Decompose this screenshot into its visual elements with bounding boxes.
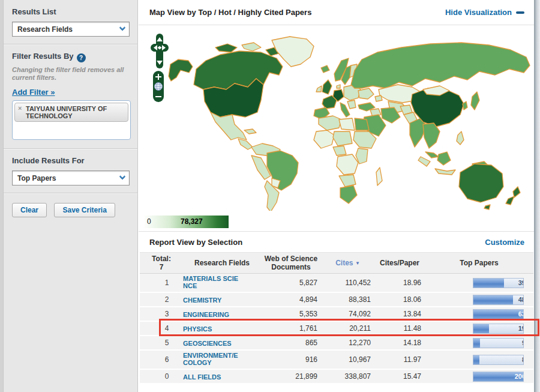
chevron-down-icon	[116, 171, 129, 185]
row-docs: 916	[261, 355, 321, 364]
top-papers-bar: 39	[473, 278, 524, 288]
row-field-link[interactable]: CHEMISTRY	[183, 297, 221, 304]
bar-fill	[473, 324, 489, 333]
filter-sidebar: Results List Research Fields Filter Resu…	[0, 0, 138, 392]
bar-value: 9	[522, 339, 524, 348]
customize-link[interactable]: Customize	[485, 238, 524, 247]
row-rank: 2	[140, 295, 183, 304]
row-cites: 20,211	[321, 324, 374, 333]
report-table-header: Total: 7 Research Fields Web of Science …	[140, 252, 533, 274]
report-table-body: 1 MATERIALS SCIENCE 5,827 110,452 18.96 …	[140, 274, 533, 384]
row-cpp: 11.97	[374, 355, 425, 364]
report-header: Report View by Selection Customize	[139, 232, 540, 252]
row-docs: 21,899	[261, 372, 321, 381]
table-row: 6 ENVIRONMENT/ECOLOGY 916 10,967 11.97 8	[140, 351, 533, 370]
row-cites: 12,270	[321, 339, 374, 347]
col-cites-per-paper: Cites/Paper	[374, 259, 425, 267]
top-papers-bar: 206	[473, 372, 524, 382]
table-row: 1 MATERIALS SCIENCE 5,827 110,452 18.96 …	[140, 274, 533, 293]
map-header: Map View by Top / Hot / Highly Cited Pap…	[139, 0, 540, 25]
row-field-link[interactable]: PHYSICS	[183, 325, 212, 333]
top-papers-bar: 19	[473, 324, 524, 334]
bar-value: 48	[518, 295, 524, 304]
table-row: 3 ENGINEERING 5,353 74,092 13.84 63	[140, 307, 533, 322]
row-docs: 1,761	[261, 324, 321, 333]
row-cites: 338,807	[321, 372, 374, 381]
row-cpp: 13.84	[374, 310, 425, 318]
col-research-fields: Research Fields	[183, 259, 261, 267]
bar-fill	[473, 295, 513, 304]
include-results-section: Include Results For Top Papers	[0, 149, 137, 193]
row-cites: 110,452	[321, 279, 374, 287]
row-rank: 5	[140, 339, 183, 347]
results-list-value: Research Fields	[13, 25, 116, 34]
bar-value: 206	[515, 372, 524, 381]
row-cpp: 15.47	[374, 372, 425, 381]
collapse-minus-icon	[516, 11, 524, 14]
vertical-scrollbar[interactable]	[534, 0, 540, 392]
clear-button[interactable]: Clear	[12, 203, 47, 217]
row-cpp: 18.96	[374, 279, 425, 287]
scale-max-label: 78,327	[181, 217, 203, 226]
top-papers-bar: 9	[473, 338, 524, 348]
table-row: 2 CHEMISTRY 4,894 88,381 18.06 48	[140, 293, 533, 307]
results-list-dropdown[interactable]: Research Fields	[12, 22, 130, 37]
chevron-down-icon	[116, 22, 129, 36]
include-results-value: Top Papers	[13, 174, 116, 182]
row-cpp: 14.18	[374, 339, 425, 347]
bar-fill	[473, 310, 523, 319]
include-results-dropdown[interactable]: Top Papers	[12, 170, 130, 185]
bar-fill	[473, 339, 480, 348]
table-row: 4 PHYSICS 1,761 20,211 11.48 19	[140, 322, 533, 336]
row-docs: 865	[261, 339, 321, 347]
map-zoom-control[interactable]	[153, 71, 164, 102]
row-docs: 5,827	[261, 279, 321, 287]
filter-tag: × TAIYUAN UNIVERSITY OF TECHNOLOGY	[14, 103, 128, 122]
results-list-section: Results List Research Fields	[0, 0, 137, 44]
row-rank: 4	[140, 324, 183, 333]
row-field-link[interactable]: ALL FIELDS	[183, 373, 221, 381]
row-cpp: 11.48	[374, 324, 425, 333]
add-filter-link[interactable]: Add Filter »	[12, 88, 55, 97]
bar-value: 39	[518, 279, 524, 288]
report-table: Total: 7 Research Fields Web of Science …	[140, 252, 533, 384]
save-criteria-button[interactable]: Save Criteria	[54, 203, 115, 217]
map-title: Map View by Top / Hot / Highly Cited Pap…	[149, 8, 445, 17]
top-papers-bar: 63	[473, 309, 524, 319]
row-field-link[interactable]: ENGINEERING	[183, 311, 229, 318]
bar-fill	[473, 355, 479, 364]
hide-visualization-link[interactable]: Hide Visualization	[445, 8, 524, 17]
top-papers-bar: 8	[473, 355, 524, 365]
map-area	[139, 25, 540, 214]
remove-filter-icon[interactable]: ×	[18, 105, 22, 112]
top-papers-bar: 48	[473, 295, 524, 305]
bar-value: 8	[522, 355, 524, 364]
world-map[interactable]	[143, 29, 533, 211]
row-rank: 1	[140, 279, 183, 287]
row-field-link[interactable]: GEOSCIENCES	[183, 340, 232, 347]
map-legend-row: 0 78,327	[139, 214, 540, 232]
row-docs: 4,894	[261, 295, 321, 304]
choropleth-scale: 0 78,327	[145, 216, 229, 228]
filter-note: Changing the filter field removes all cu…	[12, 66, 129, 82]
row-cpp: 18.06	[374, 295, 425, 304]
map-pan-control[interactable]	[151, 34, 169, 68]
bar-value: 19	[518, 324, 524, 333]
table-row: 5 GEOSCIENCES 865 12,270 14.18 9	[140, 336, 533, 351]
bar-fill	[473, 279, 504, 288]
help-icon[interactable]: ?	[77, 53, 86, 62]
row-field-link[interactable]: MATERIALS SCIENCE	[183, 275, 242, 289]
main-panel: Map View by Top / Hot / Highly Cited Pap…	[139, 0, 540, 392]
sidebar-edge-strip	[0, 0, 4, 392]
col-cites-sort[interactable]: Cites ▼	[321, 259, 374, 268]
row-docs: 5,353	[261, 310, 321, 318]
sort-desc-icon: ▼	[355, 261, 360, 266]
row-field-link[interactable]: ENVIRONMENT/ECOLOGY	[183, 352, 242, 366]
row-cites: 10,967	[321, 355, 374, 364]
sidebar-buttons: Clear Save Criteria	[0, 193, 137, 226]
col-total: Total: 7	[140, 255, 183, 271]
col-wos-documents: Web of Science Documents	[261, 255, 321, 271]
globe-icon	[155, 83, 163, 91]
filter-results-heading: Filter Results By?	[12, 52, 129, 62]
results-list-heading: Results List	[12, 7, 129, 16]
